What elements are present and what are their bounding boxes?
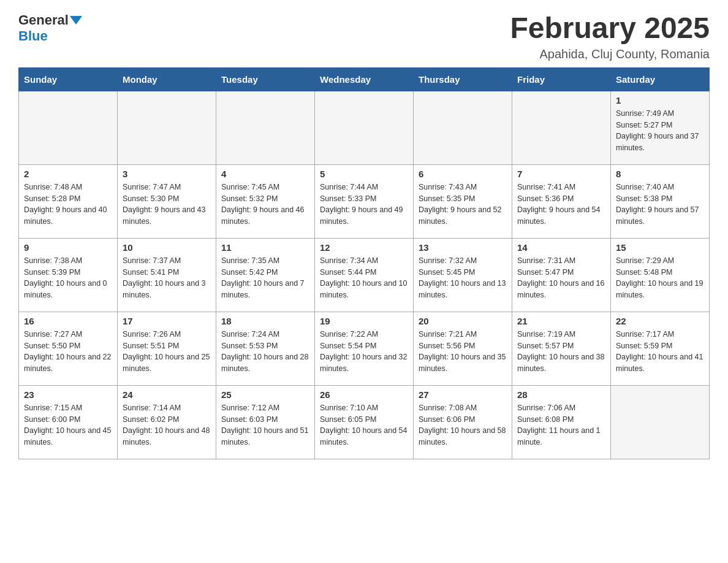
table-row xyxy=(611,385,710,459)
table-row: 18Sunrise: 7:24 AMSunset: 5:53 PMDayligh… xyxy=(216,312,315,385)
calendar-subtitle: Apahida, Cluj County, Romania xyxy=(510,47,710,61)
table-row: 25Sunrise: 7:12 AMSunset: 6:03 PMDayligh… xyxy=(216,385,315,459)
table-row: 1Sunrise: 7:49 AMSunset: 5:27 PMDaylight… xyxy=(611,91,710,164)
day-info: Sunrise: 7:35 AMSunset: 5:42 PMDaylight:… xyxy=(221,255,309,301)
table-row: 22Sunrise: 7:17 AMSunset: 5:59 PMDayligh… xyxy=(611,312,710,385)
table-row xyxy=(512,91,611,164)
day-info: Sunrise: 7:34 AMSunset: 5:44 PMDaylight:… xyxy=(320,255,408,301)
table-row xyxy=(414,91,512,164)
day-number: 16 xyxy=(24,316,112,326)
day-number: 20 xyxy=(419,316,507,326)
logo: General Blue xyxy=(18,12,82,44)
table-row: 20Sunrise: 7:21 AMSunset: 5:56 PMDayligh… xyxy=(414,312,512,385)
day-number: 25 xyxy=(221,389,309,400)
day-number: 17 xyxy=(123,316,211,326)
table-row: 16Sunrise: 7:27 AMSunset: 5:50 PMDayligh… xyxy=(19,312,118,385)
day-info: Sunrise: 7:48 AMSunset: 5:28 PMDaylight:… xyxy=(24,182,112,228)
title-block: February 2025 Apahida, Cluj County, Roma… xyxy=(510,12,710,61)
table-row: 11Sunrise: 7:35 AMSunset: 5:42 PMDayligh… xyxy=(216,238,315,312)
col-monday: Monday xyxy=(118,67,216,91)
day-info: Sunrise: 7:37 AMSunset: 5:41 PMDaylight:… xyxy=(123,255,211,301)
day-info: Sunrise: 7:44 AMSunset: 5:33 PMDaylight:… xyxy=(320,182,408,228)
day-info: Sunrise: 7:43 AMSunset: 5:35 PMDaylight:… xyxy=(419,182,507,228)
day-info: Sunrise: 7:38 AMSunset: 5:39 PMDaylight:… xyxy=(24,255,112,301)
day-info: Sunrise: 7:08 AMSunset: 6:06 PMDaylight:… xyxy=(419,402,507,448)
table-row: 17Sunrise: 7:26 AMSunset: 5:51 PMDayligh… xyxy=(118,312,216,385)
table-row: 4Sunrise: 7:45 AMSunset: 5:32 PMDaylight… xyxy=(216,164,315,238)
col-wednesday: Wednesday xyxy=(315,67,414,91)
calendar-row: 23Sunrise: 7:15 AMSunset: 6:00 PMDayligh… xyxy=(19,385,710,459)
table-row: 6Sunrise: 7:43 AMSunset: 5:35 PMDaylight… xyxy=(414,164,512,238)
calendar-row: 9Sunrise: 7:38 AMSunset: 5:39 PMDaylight… xyxy=(19,238,710,312)
day-number: 23 xyxy=(24,389,112,400)
day-info: Sunrise: 7:27 AMSunset: 5:50 PMDaylight:… xyxy=(24,329,112,375)
table-row: 2Sunrise: 7:48 AMSunset: 5:28 PMDaylight… xyxy=(19,164,118,238)
day-number: 18 xyxy=(221,316,309,326)
logo-triangle-icon xyxy=(70,16,82,25)
day-info: Sunrise: 7:17 AMSunset: 5:59 PMDaylight:… xyxy=(616,329,704,375)
day-info: Sunrise: 7:14 AMSunset: 6:02 PMDaylight:… xyxy=(123,402,211,448)
table-row: 26Sunrise: 7:10 AMSunset: 6:05 PMDayligh… xyxy=(315,385,414,459)
day-number: 24 xyxy=(123,389,211,400)
day-info: Sunrise: 7:06 AMSunset: 6:08 PMDaylight:… xyxy=(517,402,605,448)
col-friday: Friday xyxy=(512,67,611,91)
day-number: 1 xyxy=(616,95,704,105)
day-info: Sunrise: 7:21 AMSunset: 5:56 PMDaylight:… xyxy=(419,329,507,375)
day-number: 15 xyxy=(616,242,704,253)
day-number: 12 xyxy=(320,242,408,253)
table-row: 19Sunrise: 7:22 AMSunset: 5:54 PMDayligh… xyxy=(315,312,414,385)
table-row xyxy=(216,91,315,164)
day-number: 28 xyxy=(517,389,605,400)
day-number: 4 xyxy=(221,169,309,179)
table-row: 8Sunrise: 7:40 AMSunset: 5:38 PMDaylight… xyxy=(611,164,710,238)
day-info: Sunrise: 7:26 AMSunset: 5:51 PMDaylight:… xyxy=(123,329,211,375)
calendar-row: 16Sunrise: 7:27 AMSunset: 5:50 PMDayligh… xyxy=(19,312,710,385)
table-row: 14Sunrise: 7:31 AMSunset: 5:47 PMDayligh… xyxy=(512,238,611,312)
page-header: General Blue February 2025 Apahida, Cluj… xyxy=(18,12,710,61)
day-number: 19 xyxy=(320,316,408,326)
logo-general-text: General xyxy=(18,12,69,28)
table-row: 5Sunrise: 7:44 AMSunset: 5:33 PMDaylight… xyxy=(315,164,414,238)
table-row: 13Sunrise: 7:32 AMSunset: 5:45 PMDayligh… xyxy=(414,238,512,312)
table-row: 21Sunrise: 7:19 AMSunset: 5:57 PMDayligh… xyxy=(512,312,611,385)
calendar-title: February 2025 xyxy=(510,12,710,45)
day-info: Sunrise: 7:22 AMSunset: 5:54 PMDaylight:… xyxy=(320,329,408,375)
day-number: 21 xyxy=(517,316,605,326)
day-info: Sunrise: 7:15 AMSunset: 6:00 PMDaylight:… xyxy=(24,402,112,448)
day-number: 8 xyxy=(616,169,704,179)
table-row: 28Sunrise: 7:06 AMSunset: 6:08 PMDayligh… xyxy=(512,385,611,459)
day-number: 26 xyxy=(320,389,408,400)
day-number: 5 xyxy=(320,169,408,179)
calendar-row: 2Sunrise: 7:48 AMSunset: 5:28 PMDaylight… xyxy=(19,164,710,238)
day-number: 22 xyxy=(616,316,704,326)
day-number: 14 xyxy=(517,242,605,253)
day-number: 9 xyxy=(24,242,112,253)
table-row xyxy=(118,91,216,164)
table-row: 24Sunrise: 7:14 AMSunset: 6:02 PMDayligh… xyxy=(118,385,216,459)
day-number: 7 xyxy=(517,169,605,179)
day-number: 27 xyxy=(419,389,507,400)
table-row: 27Sunrise: 7:08 AMSunset: 6:06 PMDayligh… xyxy=(414,385,512,459)
calendar-table: Sunday Monday Tuesday Wednesday Thursday… xyxy=(18,67,710,459)
day-info: Sunrise: 7:12 AMSunset: 6:03 PMDaylight:… xyxy=(221,402,309,448)
day-info: Sunrise: 7:47 AMSunset: 5:30 PMDaylight:… xyxy=(123,182,211,228)
table-row: 9Sunrise: 7:38 AMSunset: 5:39 PMDaylight… xyxy=(19,238,118,312)
table-row: 7Sunrise: 7:41 AMSunset: 5:36 PMDaylight… xyxy=(512,164,611,238)
day-info: Sunrise: 7:41 AMSunset: 5:36 PMDaylight:… xyxy=(517,182,605,228)
col-thursday: Thursday xyxy=(414,67,512,91)
table-row: 12Sunrise: 7:34 AMSunset: 5:44 PMDayligh… xyxy=(315,238,414,312)
col-tuesday: Tuesday xyxy=(216,67,315,91)
day-info: Sunrise: 7:45 AMSunset: 5:32 PMDaylight:… xyxy=(221,182,309,228)
day-info: Sunrise: 7:49 AMSunset: 5:27 PMDaylight:… xyxy=(616,108,704,154)
day-number: 13 xyxy=(419,242,507,253)
day-number: 6 xyxy=(419,169,507,179)
col-saturday: Saturday xyxy=(611,67,710,91)
day-info: Sunrise: 7:29 AMSunset: 5:48 PMDaylight:… xyxy=(616,255,704,301)
day-number: 2 xyxy=(24,169,112,179)
day-info: Sunrise: 7:19 AMSunset: 5:57 PMDaylight:… xyxy=(517,329,605,375)
logo-blue-text: Blue xyxy=(18,28,48,44)
day-info: Sunrise: 7:40 AMSunset: 5:38 PMDaylight:… xyxy=(616,182,704,228)
day-info: Sunrise: 7:10 AMSunset: 6:05 PMDaylight:… xyxy=(320,402,408,448)
table-row xyxy=(19,91,118,164)
day-info: Sunrise: 7:31 AMSunset: 5:47 PMDaylight:… xyxy=(517,255,605,301)
